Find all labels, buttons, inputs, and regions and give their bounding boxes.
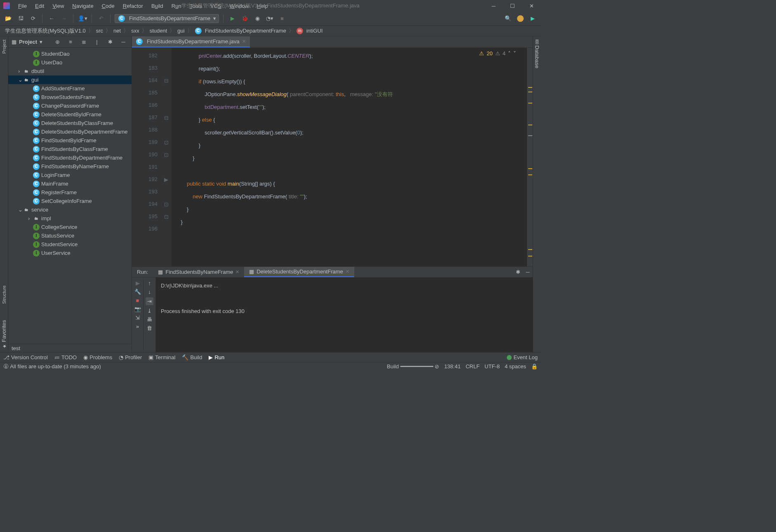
print-icon[interactable]: 🖶 (147, 316, 152, 322)
status-encoding[interactable]: UTF-8 (484, 363, 500, 370)
tree-item[interactable]: ICollegeService (8, 223, 132, 231)
prev-highlight-icon[interactable]: ˄ (508, 50, 511, 56)
breadcrumb-item[interactable]: CFindStudentsByDepartmentFrame (193, 28, 288, 34)
code-with-me-icon[interactable]: ▶ (528, 14, 538, 24)
bottom-tab-todo[interactable]: ≔ TODO (54, 354, 77, 360)
close-icon[interactable]: ✕ (346, 269, 349, 274)
tree-item[interactable]: CFindStudentsByDepartmentFrame (8, 153, 132, 162)
tree-item[interactable]: CFindStudentsByNameFrame (8, 162, 132, 171)
menu-build[interactable]: Build (148, 1, 167, 11)
editor-tab[interactable]: C FindStudentsByDepartmentFrame.java ✕ (132, 36, 250, 47)
debug-icon[interactable]: 🐞 (240, 14, 250, 24)
dropdown-icon[interactable]: ▾ (40, 39, 42, 45)
menu-view[interactable]: View (49, 1, 67, 11)
breadcrumb-item[interactable]: net (112, 28, 122, 34)
down-icon[interactable]: ↓ (148, 289, 151, 295)
coverage-icon[interactable]: ◉ (252, 14, 262, 24)
run-icon[interactable]: ▶ (228, 14, 238, 24)
avatar-icon[interactable]: 👤▾ (78, 14, 87, 24)
forward-icon[interactable]: → (59, 14, 69, 24)
tool-icon[interactable]: 🔧 (134, 289, 141, 295)
expand-all-icon[interactable]: ≡ (66, 37, 75, 47)
search-icon[interactable]: 🔍 (503, 14, 513, 24)
breadcrumb-item[interactable]: mintiGUI (295, 28, 325, 34)
tree-item[interactable]: CBrowseStudentsFrame (8, 93, 132, 101)
back-icon[interactable]: ← (47, 14, 56, 24)
menu-file[interactable]: File (15, 1, 30, 11)
status-eol[interactable]: CRLF (466, 363, 480, 370)
tree-item[interactable]: CSetCollegeInfoFrame (8, 197, 132, 205)
select-open-file-icon[interactable]: ⊕ (52, 37, 62, 47)
sync-icon[interactable]: ⟳ (28, 14, 38, 24)
sidebar-favorites[interactable]: ★ Favorites (1, 320, 7, 349)
status-position[interactable]: 138:41 (444, 363, 461, 370)
weak-warning-icon[interactable]: ⚠ (495, 50, 500, 56)
close-icon[interactable]: ✕ (235, 269, 239, 275)
export-icon[interactable]: ⇲ (135, 315, 140, 321)
stop-icon[interactable]: ■ (277, 14, 287, 24)
tree-item[interactable]: CAddStudentFrame (8, 84, 132, 93)
tree-item[interactable]: CDeleteStudentsByClassFrame (8, 119, 132, 127)
run-tab[interactable]: ▦DeleteStudentsByDepartmentFrame✕ (244, 267, 354, 277)
more-icon[interactable]: » (136, 323, 139, 330)
run-config-selector[interactable]: C FindStudentsByDepartmentFrame (115, 14, 219, 23)
menu-navigate[interactable]: Navigate (69, 1, 96, 11)
code-editor[interactable]: pnlCenter.add(scroller, BorderLayout.CEN… (172, 48, 527, 266)
menu-refactor[interactable]: Refactor (120, 1, 146, 11)
breadcrumb-item[interactable]: sxx (129, 28, 141, 34)
profile-icon[interactable]: ◔▾ (265, 14, 275, 24)
sidebar-database[interactable]: 🗄 Database (534, 40, 540, 68)
gutter-icons[interactable]: ⊟⊟⊡⊡▶⊡⊡ (161, 48, 172, 266)
bottom-tab-run[interactable]: ▶ Run (209, 354, 224, 360)
tree-item[interactable]: IStatusService (8, 231, 132, 240)
tree-item[interactable]: IStudentDao (8, 49, 132, 58)
tree-item[interactable]: CRegisterFrame (8, 188, 132, 197)
hide-run-icon[interactable]: ─ (523, 267, 533, 277)
project-tree[interactable]: IStudentDao IUserDao ›🖿dbutil ⌄🖿gui CAdd… (8, 48, 132, 344)
error-stripe[interactable] (527, 48, 533, 266)
tree-item[interactable]: CChangePasswordFrame (8, 101, 132, 110)
warning-icon[interactable]: ⚠ (479, 50, 484, 56)
run-tab[interactable]: ▦FindStudentsByNameFrame✕ (153, 267, 244, 277)
menu-edit[interactable]: Edit (32, 1, 47, 11)
tree-item[interactable]: CDeleteStudentsByDepartmentFrame (8, 127, 132, 136)
close-icon[interactable]: ✕ (242, 39, 246, 44)
menu-code[interactable]: Code (99, 1, 118, 11)
tree-item[interactable]: ›🖿impl (8, 214, 132, 223)
breadcrumb-item[interactable]: 学生信息管理系统(MySQL)版V1.0 (3, 27, 87, 35)
breadcrumb-item[interactable]: student (148, 28, 169, 34)
open-icon[interactable]: 📂 (3, 14, 13, 24)
status-indent[interactable]: 4 spaces (505, 363, 526, 370)
maximize-button[interactable]: ☐ (503, 0, 522, 12)
minimize-button[interactable]: ─ (484, 0, 503, 12)
close-button[interactable]: ✕ (522, 0, 541, 12)
tree-item[interactable]: ›🖿dbutil (8, 67, 132, 75)
tree-item[interactable]: CLoginFrame (8, 171, 132, 179)
collapse-all-icon[interactable]: ≣ (79, 37, 89, 47)
scroll-end-icon[interactable]: ⤓ (147, 308, 152, 314)
bottom-tab-vc[interactable]: ⎇ Version Control (3, 354, 48, 360)
tree-item[interactable]: IUserService (8, 249, 132, 257)
tree-item[interactable]: CFindStudentByIdFrame (8, 136, 132, 145)
ide-update-icon[interactable] (515, 14, 525, 24)
run-console[interactable]: D:\rj\JDK\bin\java.exe ... Process finis… (156, 278, 533, 352)
bottom-tab-profiler[interactable]: ◔ Profiler (119, 354, 142, 360)
tree-item[interactable]: IUserDao (8, 58, 132, 67)
clear-icon[interactable]: 🗑 (147, 325, 152, 331)
tree-item-gui[interactable]: ⌄🖿gui (8, 75, 132, 84)
soft-wrap-icon[interactable]: ⇥ (146, 297, 153, 305)
breadcrumb-item[interactable]: gui (176, 28, 186, 34)
lock-icon[interactable]: 🔒 (531, 363, 538, 370)
bottom-tab-terminal[interactable]: ▣ Terminal (148, 354, 175, 360)
bottom-tab-event-log[interactable]: Event Log (507, 354, 538, 360)
next-highlight-icon[interactable]: ˅ (513, 50, 516, 56)
settings-icon[interactable]: ✱ (105, 37, 115, 47)
bottom-tab-problems[interactable]: ◉ Problems (83, 354, 112, 360)
tree-item[interactable]: IStudentService (8, 240, 132, 249)
tree-item[interactable]: CFindStudentsByClassFrame (8, 145, 132, 153)
tree-item[interactable]: ⌄🖿service (8, 205, 132, 214)
save-icon[interactable]: 🖫 (16, 14, 26, 24)
camera-icon[interactable]: 📷 (134, 306, 141, 312)
bottom-tab-build[interactable]: 🔨 Build (182, 354, 202, 360)
stop-icon[interactable]: ■ (136, 297, 139, 304)
